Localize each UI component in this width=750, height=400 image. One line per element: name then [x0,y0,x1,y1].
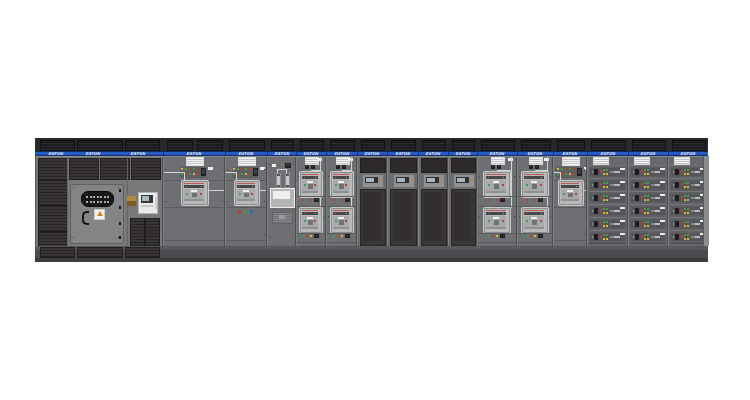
screw-dot [269,236,270,237]
drawer-breaker-knob[interactable] [594,221,598,227]
lineup-body [35,156,708,246]
mini-meter-window [254,169,257,174]
breaker-accent-strip [524,174,544,175]
screw-dot [222,169,223,170]
drawer-handle-grip [610,236,614,238]
drawer-dot [633,210,634,212]
drawer-dot [673,197,674,199]
drawer-breaker-knob[interactable] [675,195,679,201]
drawer-handle-grip [691,197,695,199]
screw-dot [519,176,520,177]
circuit-breaker-unit[interactable] [331,172,353,197]
drawer-breaker-knob[interactable] [635,221,639,227]
breaker-accent-strip [302,174,318,175]
indicator-light [600,222,602,225]
hmi-display-unit[interactable] [362,174,384,188]
indicator-light [687,208,689,210]
indicator-light [600,209,602,212]
drawer-dot [633,236,634,238]
drawer-breaker-knob[interactable] [635,208,639,214]
indicator-light [606,186,608,188]
drawer-handle-grip [691,171,695,173]
indicator-light [565,168,567,170]
drawer-handle-grip [651,171,655,173]
circuit-breaker-unit[interactable] [182,181,208,205]
drawer-breaker-knob[interactable] [675,208,679,214]
indicator-light [644,199,646,201]
breaker-indicator-dot [335,213,336,214]
breaker-top-panel [237,185,255,188]
label-plate [307,181,313,183]
breaker-indicator-dot [346,213,347,214]
breaker-face [333,216,349,227]
breaker-trip-indicator [251,193,253,195]
louver-vent [145,218,160,246]
label-plate [243,190,249,192]
bushing-base [277,185,280,187]
indicator-light [687,199,689,201]
compartment-seam [477,233,517,234]
label-plate [660,168,665,170]
drawer-breaker-knob[interactable] [594,234,598,240]
drawer-breaker-knob[interactable] [635,195,639,201]
door-handle[interactable] [82,211,89,225]
hmi-screen [365,177,378,183]
screw-dot [479,216,480,217]
feeder-breaker-section-4 [517,156,553,246]
top-access-panel [451,158,476,173]
drawer-breaker-knob[interactable] [635,234,639,240]
compartment-seam [225,207,267,208]
door-inner-panel [363,192,381,241]
circuit-breaker-unit[interactable] [235,181,259,205]
drawer-breaker-knob[interactable] [635,169,639,175]
drawer-breaker-knob[interactable] [675,182,679,188]
hmi-display-unit[interactable] [453,174,475,188]
compartment-seam [326,233,357,234]
drawer-breaker-knob[interactable] [635,182,639,188]
circuit-breaker-unit[interactable] [522,172,548,197]
base-screw-dot [269,247,270,248]
drawer-breaker-knob[interactable] [675,169,679,175]
mini-meter [201,168,206,176]
drawer-breaker-knob[interactable] [594,208,598,214]
mini-meter [345,234,350,238]
indicator-light [496,235,498,237]
circuit-breaker-unit[interactable] [300,172,322,197]
hmi-display-unit[interactable] [393,174,415,188]
indicator-light [496,199,498,201]
circuit-breaker-unit[interactable] [522,208,548,233]
hmi-display-unit[interactable] [423,174,445,188]
circuit-breaker-unit[interactable] [300,208,322,233]
drawer-dot [673,236,674,238]
breaker-top-panel [524,212,544,215]
indicator-light [684,212,686,214]
indicator-light [641,170,643,173]
circuit-breaker-unit[interactable] [331,208,353,233]
mini-meter [500,234,505,238]
mcc-section-1 [587,156,628,246]
breaker-top-panel [302,212,318,215]
indicator-light [647,173,649,175]
drawer-breaker-knob[interactable] [675,221,679,227]
label-plate [531,217,537,219]
indicator-light [687,238,689,240]
base-screw-dot [555,247,556,248]
indicator-light [561,168,563,170]
circuit-breaker-unit[interactable] [484,208,510,233]
drawer-breaker-knob[interactable] [594,169,598,175]
roof-vent-panel [591,140,626,151]
roof-vent-panel [77,140,123,151]
circuit-breaker-unit[interactable] [484,172,510,197]
hmi-power-led [410,179,412,181]
connector-pin [100,201,102,203]
section-edge-highlight [163,156,164,246]
drawer-breaker-knob[interactable] [594,182,598,188]
indicator-light [687,212,689,214]
breaker-face [333,180,349,191]
mcc-drawer-row [589,165,626,179]
drawer-breaker-knob[interactable] [675,234,679,240]
mini-meter-window [306,166,308,167]
drawer-breaker-knob[interactable] [594,195,598,201]
mini-meter [311,165,315,169]
circuit-breaker-unit[interactable] [559,181,583,205]
